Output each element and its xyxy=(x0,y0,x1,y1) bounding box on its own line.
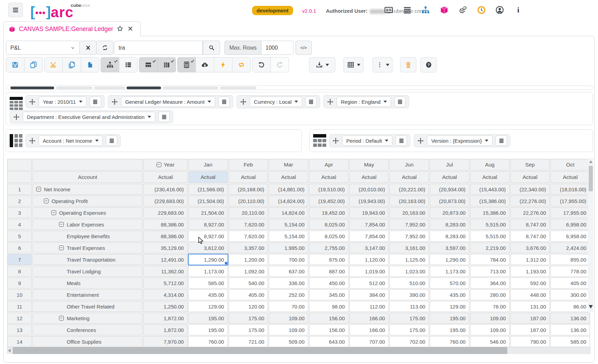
favorite-star-icon[interactable] xyxy=(117,25,123,33)
row-number-cell[interactable]: 4 xyxy=(7,219,32,230)
value-cell-aug[interactable]: 109.00 xyxy=(470,324,510,335)
more-options-dropdown-button[interactable] xyxy=(372,57,392,72)
month-column-header-oct[interactable]: Oct xyxy=(550,159,590,171)
value-cell-jun[interactable]: 175.00 xyxy=(389,313,429,324)
title-dimension-selector[interactable]: General Ledger Measure : Amount xyxy=(121,97,215,107)
value-cell-jun[interactable]: 390.00 xyxy=(389,289,429,300)
value-cell-jan[interactable]: 8,927.00 xyxy=(188,219,228,230)
calculations-toggle-button[interactable] xyxy=(177,57,196,72)
value-cell-apr[interactable]: (19,452.00) xyxy=(309,195,349,206)
row-number-cell[interactable]: 14 xyxy=(7,336,32,347)
year-value-cell[interactable]: 229,683.00 xyxy=(143,207,187,218)
copy-button[interactable] xyxy=(62,57,81,72)
value-cell-oct[interactable]: 136.00 xyxy=(550,313,590,324)
save-as-button[interactable] xyxy=(24,57,43,72)
year-value-cell[interactable]: 12,491.00 xyxy=(143,254,187,265)
row-number-cell[interactable]: 6 xyxy=(7,242,32,253)
value-cell-apr[interactable]: (19,510.00) xyxy=(309,184,349,195)
value-cell-sep[interactable]: 790.00 xyxy=(510,336,550,347)
value-cell-jan[interactable]: 195.00 xyxy=(188,313,228,324)
value-cell-jun[interactable]: 20,163.00 xyxy=(389,207,429,218)
value-cell-jan[interactable]: 1,290.00 xyxy=(188,254,228,265)
value-cell-aug[interactable]: (15,443.00) xyxy=(470,184,510,195)
row-headers-toggle-button[interactable] xyxy=(157,57,176,72)
collapse-icon[interactable] xyxy=(51,210,56,215)
value-cell-feb[interactable]: 175.00 xyxy=(229,313,268,324)
measure-header-mar[interactable]: Actual xyxy=(269,171,308,183)
year-value-cell[interactable]: 5,712.00 xyxy=(143,277,187,289)
value-cell-jun[interactable]: 702.00 xyxy=(389,336,429,347)
value-cell-sep[interactable]: 187.00 xyxy=(510,313,550,324)
value-cell-mar[interactable]: 637.00 xyxy=(269,266,308,277)
value-cell-mar[interactable]: (14,824.00) xyxy=(269,195,308,206)
value-cell-apr[interactable]: 8,025.00 xyxy=(309,219,349,230)
month-column-header-jan[interactable]: Jan xyxy=(188,159,228,171)
title-dimension-selector[interactable]: Department : Executive General and Admin… xyxy=(23,112,155,122)
subset-editor-button[interactable] xyxy=(106,135,117,146)
value-cell-oct[interactable]: 6,958.00 xyxy=(550,219,590,230)
value-cell-feb[interactable]: 120.00 xyxy=(229,301,268,312)
value-cell-aug[interactable]: 2,219.00 xyxy=(470,242,510,253)
value-cell-sep[interactable]: 1,312.00 xyxy=(510,254,550,265)
month-column-header-jul[interactable]: Jul xyxy=(430,159,469,171)
measure-header-sep[interactable]: Actual xyxy=(510,171,550,183)
year-value-cell[interactable]: 7,970.00 xyxy=(143,336,187,347)
value-cell-feb[interactable]: (20,168.00) xyxy=(229,184,268,195)
value-cell-mar[interactable]: 1,995.00 xyxy=(269,242,308,253)
move-icon[interactable] xyxy=(13,114,20,120)
move-icon[interactable] xyxy=(240,99,247,105)
month-column-header-sep[interactable]: Sep xyxy=(510,159,550,171)
view-selector[interactable]: P&L xyxy=(6,41,80,55)
value-cell-oct[interactable]: 86.00 xyxy=(550,301,590,312)
value-cell-aug[interactable]: 78.00 xyxy=(470,301,510,312)
column-dimension-selector[interactable]: Period : Default xyxy=(342,135,392,146)
month-column-header-jun[interactable]: Jun xyxy=(389,159,429,171)
subset-editor-button[interactable] xyxy=(496,135,507,146)
measure-header-jul[interactable]: Actual xyxy=(430,171,469,183)
value-cell-apr[interactable]: 98.00 xyxy=(309,301,349,312)
year-value-cell[interactable]: 1,872.00 xyxy=(143,313,187,324)
auto-refresh-button[interactable] xyxy=(232,57,251,72)
value-cell-oct[interactable]: (17,955.00) xyxy=(550,195,590,206)
paste-button[interactable] xyxy=(81,57,99,72)
value-cell-apr[interactable]: 643.00 xyxy=(309,336,349,347)
value-cell-jan[interactable]: 3,612.00 xyxy=(188,242,228,253)
account-cell[interactable]: Other Travel Related xyxy=(32,301,142,312)
collapse-icon[interactable] xyxy=(36,187,41,192)
value-cell-sep[interactable]: 8,747.00 xyxy=(510,231,550,242)
tab-canvas-sample-general-ledger[interactable]: CANVAS SAMPLE:General Ledger xyxy=(3,21,141,37)
value-cell-sep[interactable]: 22,276.00 xyxy=(510,207,550,218)
scroll-left-arrow[interactable] xyxy=(8,349,11,352)
year-value-cell[interactable]: (230,416.00) xyxy=(143,184,187,195)
row-dimension-selector[interactable]: Account : Net Income xyxy=(39,135,103,146)
row-number-cell[interactable]: 1 xyxy=(7,184,32,195)
column-dimension-selector[interactable]: Version : {Expression} xyxy=(427,135,492,146)
delete-button[interactable] xyxy=(400,57,416,72)
value-cell-jul[interactable]: 195.00 xyxy=(430,313,469,324)
value-cell-jul[interactable]: 435.00 xyxy=(430,289,469,300)
value-cell-may[interactable]: 512.00 xyxy=(349,277,389,289)
value-cell-may[interactable]: 7,854.00 xyxy=(349,231,389,242)
collapse-icon[interactable] xyxy=(44,199,49,203)
value-cell-feb[interactable]: 7,620.00 xyxy=(229,219,268,230)
subset-editor-button[interactable] xyxy=(394,97,406,107)
account-cell[interactable]: Labor Expenses xyxy=(32,219,142,230)
value-cell-aug[interactable]: 546.00 xyxy=(470,336,510,347)
cut-button[interactable] xyxy=(44,57,63,72)
value-cell-apr[interactable]: 156.00 xyxy=(309,324,349,335)
value-cell-may[interactable]: 384.00 xyxy=(349,289,389,300)
value-cell-mar[interactable]: 109.00 xyxy=(269,313,308,324)
subset-editor-button[interactable] xyxy=(90,97,101,107)
month-column-header-may[interactable]: May xyxy=(349,159,389,171)
value-cell-jun[interactable]: 7,952.00 xyxy=(389,219,429,230)
value-cell-jul[interactable]: 8,283.00 xyxy=(430,219,469,230)
value-cell-may[interactable]: 7,854.00 xyxy=(349,219,389,230)
value-cell-jul[interactable]: 3,597.00 xyxy=(430,242,469,253)
value-cell-apr[interactable]: 2,755.00 xyxy=(309,242,349,253)
collapsed-tab-strip[interactable] xyxy=(6,85,593,90)
year-value-cell[interactable]: 88,386.00 xyxy=(143,231,187,242)
value-cell-feb[interactable]: 7,620.00 xyxy=(229,231,268,242)
measure-header-may[interactable]: Actual xyxy=(349,171,389,183)
value-cell-feb[interactable]: 721.00 xyxy=(229,336,268,347)
year-value-cell[interactable]: 1,250.00 xyxy=(143,301,187,312)
